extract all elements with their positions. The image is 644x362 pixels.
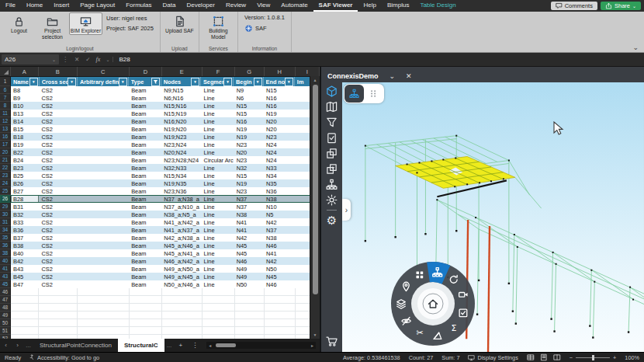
cell[interactable]: CS2: [39, 172, 77, 179]
sheet-options-button[interactable]: ⋮: [187, 342, 203, 349]
cell[interactable]: Beam: [129, 218, 161, 226]
grid-view-toggle[interactable]: [364, 85, 383, 103]
filter-dropdown-icon[interactable]: ▾: [29, 78, 38, 86]
cell[interactable]: N45: [234, 249, 264, 257]
row-header-36[interactable]: 36: [0, 242, 11, 249]
table-header-name[interactable]: Name▾: [11, 77, 40, 86]
cell[interactable]: N15;N19: [161, 110, 201, 117]
cell[interactable]: [78, 304, 130, 312]
row-header-21[interactable]: 21: [0, 156, 11, 164]
row-header-38[interactable]: 38: [0, 249, 11, 257]
cell[interactable]: CS2: [39, 242, 77, 249]
page-break-view-button[interactable]: [553, 353, 561, 361]
vertical-scroll-thumb[interactable]: [313, 85, 318, 294]
cell[interactable]: Beam: [129, 195, 161, 203]
cell[interactable]: Beam: [129, 226, 161, 234]
row-header-47[interactable]: 47: [0, 296, 11, 304]
filter-dropdown-icon[interactable]: ▾: [285, 78, 293, 86]
media-window-icon[interactable]: [324, 162, 340, 176]
table-row-b15[interactable]: 13B15CS2BeamN19;N20LineN19N20: [0, 125, 320, 133]
cell[interactable]: [78, 172, 129, 179]
cell[interactable]: N41: [264, 249, 295, 257]
cell[interactable]: [39, 304, 78, 312]
cell[interactable]: [78, 273, 129, 280]
cell[interactable]: [203, 296, 235, 304]
cell[interactable]: N41: [234, 218, 264, 226]
zoom-level[interactable]: 100%: [625, 354, 639, 361]
cart-icon[interactable]: [324, 334, 340, 349]
cell[interactable]: N38: [264, 234, 295, 242]
cell[interactable]: Beam: [129, 179, 161, 187]
cell[interactable]: Line: [202, 280, 234, 288]
table-row-b42[interactable]: 40B42CS2BeamN46_a;N42_aLineN46N42: [0, 257, 320, 265]
cell[interactable]: [78, 335, 130, 339]
cell[interactable]: [235, 327, 265, 335]
cell[interactable]: [39, 312, 78, 319]
brightness-icon[interactable]: [324, 193, 340, 207]
cell[interactable]: [162, 312, 203, 319]
cell[interactable]: B32: [11, 211, 39, 218]
cell[interactable]: N42: [264, 257, 295, 265]
row-header-26[interactable]: 26: [0, 195, 11, 203]
row-header-13[interactable]: 13: [0, 125, 11, 133]
cell[interactable]: CS2: [39, 164, 77, 172]
cell[interactable]: [130, 312, 162, 319]
cell[interactable]: [203, 319, 235, 327]
ribbon-tab-saf-viewer[interactable]: SAF Viewer: [313, 0, 358, 12]
hierarchy-tree-icon[interactable]: [324, 177, 340, 192]
row-header-46[interactable]: 46: [0, 288, 11, 296]
upload-saf-button[interactable]: Upload SAF: [163, 12, 196, 35]
cell[interactable]: [78, 265, 129, 273]
cell[interactable]: [11, 296, 39, 304]
empty-row-48[interactable]: 48: [0, 304, 320, 312]
cell[interactable]: Beam: [129, 265, 161, 273]
cell[interactable]: [78, 296, 130, 304]
cell[interactable]: [39, 327, 78, 335]
building-model-button[interactable]: Building Model: [202, 12, 235, 41]
filter-dropdown-icon[interactable]: ▾: [68, 78, 76, 86]
cell[interactable]: [78, 179, 129, 187]
cell[interactable]: Line: [202, 234, 234, 242]
cell[interactable]: [78, 86, 129, 94]
row-header-30[interactable]: 30: [0, 211, 11, 218]
cell[interactable]: Beam: [129, 280, 161, 288]
collapse-ribbon-button[interactable]: ⌄: [632, 44, 639, 51]
cell[interactable]: B8: [11, 86, 39, 94]
cell[interactable]: Beam: [129, 102, 161, 110]
cell[interactable]: CS2: [39, 257, 77, 265]
cell[interactable]: [265, 296, 296, 304]
cell[interactable]: N45: [234, 242, 264, 249]
row-header-52[interactable]: 52: [0, 335, 11, 339]
table-row-b18[interactable]: 16B18CS2BeamN19;N23LineN19N23: [0, 133, 320, 141]
new-sheet-button[interactable]: +: [175, 342, 188, 349]
cell[interactable]: Line: [202, 226, 234, 234]
cell[interactable]: N6: [234, 94, 264, 102]
cell[interactable]: N24: [264, 156, 295, 164]
table-row-b9[interactable]: 7B9CS2BeamN6;N16LineN6N16: [0, 94, 320, 102]
ribbon-tab-home[interactable]: Home: [21, 0, 48, 12]
cell[interactable]: B28: [11, 195, 39, 203]
cell[interactable]: Beam: [129, 211, 161, 218]
cell[interactable]: N19: [234, 179, 264, 187]
cell[interactable]: [130, 319, 162, 327]
cell[interactable]: B13: [11, 110, 39, 117]
cell[interactable]: N38: [234, 211, 264, 218]
model-cube-icon[interactable]: [324, 84, 340, 99]
cell[interactable]: N34: [264, 172, 295, 179]
table-header-begin-node[interactable]: Begin node▾: [234, 77, 263, 86]
cell[interactable]: [235, 319, 265, 327]
cell[interactable]: [78, 117, 129, 125]
cell[interactable]: N23;N28;N24: [161, 156, 201, 164]
cell[interactable]: B23: [11, 164, 39, 172]
cell[interactable]: N19;N23: [161, 133, 201, 141]
cell[interactable]: Line: [202, 164, 234, 172]
row-header-16[interactable]: 16: [0, 133, 11, 141]
sheet-tab-active[interactable]: StructuralC: [118, 339, 164, 352]
cell[interactable]: N9;N15: [161, 86, 201, 94]
checklist-icon[interactable]: [324, 131, 340, 145]
cell[interactable]: [162, 335, 203, 339]
table-row-b33[interactable]: 31B33CS2BeamN41_a;N42_aLineN41N42: [0, 218, 320, 226]
table-row-b25[interactable]: 23B25CS2BeamN15;N34LineN15N34: [0, 172, 320, 179]
cell[interactable]: [203, 335, 235, 339]
cell[interactable]: [78, 164, 129, 172]
